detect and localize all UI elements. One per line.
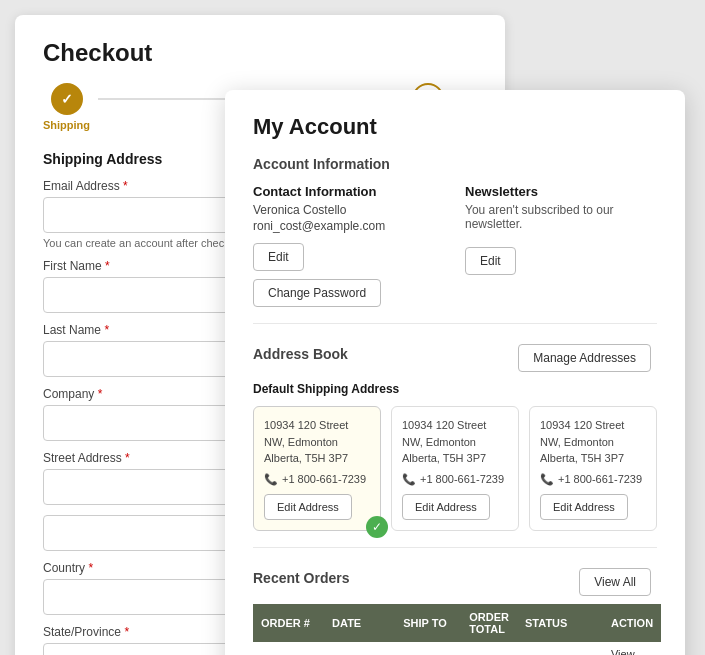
- required-marker: *: [123, 179, 128, 193]
- contact-name: Veronica Costello: [253, 203, 445, 217]
- account-info-section-title: Account Information: [253, 156, 657, 172]
- newsletter-edit-button[interactable]: Edit: [465, 247, 516, 275]
- divider-1: [253, 323, 657, 324]
- col-date: DATE: [324, 604, 395, 642]
- address-card-1-phone: 📞 +1 800-661-7239: [264, 473, 370, 486]
- edit-address-button-2[interactable]: Edit Address: [402, 494, 490, 520]
- table-row: 000000003 07/26/2024 Edmonton Alberta $ …: [253, 642, 661, 656]
- address-card-3: 10934 120 Street NW, Edmonton Alberta, T…: [529, 406, 657, 531]
- divider-2: [253, 547, 657, 548]
- address-card-1-text: 10934 120 Street NW, Edmonton Alberta, T…: [264, 417, 370, 467]
- address-book-header: Address Book Manage Addresses: [253, 336, 657, 372]
- contact-email: roni_cost@example.com: [253, 219, 445, 233]
- orders-header: Recent Orders View All: [253, 560, 657, 596]
- col-order: ORDER #: [253, 604, 324, 642]
- account-info-row: Contact Information Veronica Costello ro…: [253, 184, 657, 307]
- view-all-button[interactable]: View All: [579, 568, 651, 596]
- order-action[interactable]: View Order | Reorder: [603, 642, 661, 656]
- step-label-shipping: Shipping: [43, 119, 90, 131]
- col-ship-to: SHIP TO: [395, 604, 461, 642]
- contact-info-col: Contact Information Veronica Costello ro…: [253, 184, 445, 307]
- address-book-title: Address Book: [253, 346, 348, 362]
- address-card-3-text: 10934 120 Street NW, Edmonton Alberta, T…: [540, 417, 646, 467]
- order-status: Pending: [517, 642, 603, 656]
- orders-title: Recent Orders: [253, 570, 349, 586]
- edit-address-button-3[interactable]: Edit Address: [540, 494, 628, 520]
- table-header-row: ORDER # DATE SHIP TO ORDER TOTAL STATUS …: [253, 604, 661, 642]
- checkmark-badge: ✓: [366, 516, 388, 538]
- account-card: My Account Account Information Contact I…: [225, 90, 685, 655]
- address-cards-row: 10934 120 Street NW, Edmonton Alberta, T…: [253, 406, 657, 531]
- address-card-2-text: 10934 120 Street NW, Edmonton Alberta, T…: [402, 417, 508, 467]
- step-shipping: ✓ Shipping: [43, 83, 90, 131]
- checkout-title: Checkout: [43, 39, 477, 67]
- address-card-2: 10934 120 Street NW, Edmonton Alberta, T…: [391, 406, 519, 531]
- orders-table: ORDER # DATE SHIP TO ORDER TOTAL STATUS …: [253, 604, 661, 656]
- col-action: ACTION: [603, 604, 661, 642]
- contact-buttons: Edit Change Password: [253, 235, 445, 307]
- newsletters-label: Newsletters: [465, 184, 657, 199]
- account-title: My Account: [253, 114, 657, 140]
- col-order-total: ORDER TOTAL: [461, 604, 517, 642]
- change-password-button[interactable]: Change Password: [253, 279, 381, 307]
- contact-edit-button[interactable]: Edit: [253, 243, 304, 271]
- newsletters-col: Newsletters You aren't subscribed to our…: [465, 184, 657, 307]
- contact-info-label: Contact Information: [253, 184, 445, 199]
- address-card-2-phone: 📞 +1 800-661-7239: [402, 473, 508, 486]
- order-number: 000000003: [253, 642, 324, 656]
- edit-address-button-1[interactable]: Edit Address: [264, 494, 352, 520]
- order-date: 07/26/2024: [324, 642, 395, 656]
- address-card-1: 10934 120 Street NW, Edmonton Alberta, T…: [253, 406, 381, 531]
- check-icon: ✓: [61, 91, 73, 107]
- address-card-3-phone: 📞 +1 800-661-7239: [540, 473, 646, 486]
- newsletter-text: You aren't subscribed to our newsletter.: [465, 203, 657, 231]
- phone-icon-1: 📞: [264, 473, 278, 486]
- phone-icon-2: 📞: [402, 473, 416, 486]
- step-circle-shipping: ✓: [51, 83, 83, 115]
- manage-addresses-button[interactable]: Manage Addresses: [518, 344, 651, 372]
- order-total: $ 3,083.6: [461, 642, 517, 656]
- newsletter-buttons: Edit: [465, 239, 657, 275]
- col-status: STATUS: [517, 604, 603, 642]
- phone-icon-3: 📞: [540, 473, 554, 486]
- default-address-label: Default Shipping Address: [253, 382, 657, 396]
- order-ship-to: Edmonton Alberta: [395, 642, 461, 656]
